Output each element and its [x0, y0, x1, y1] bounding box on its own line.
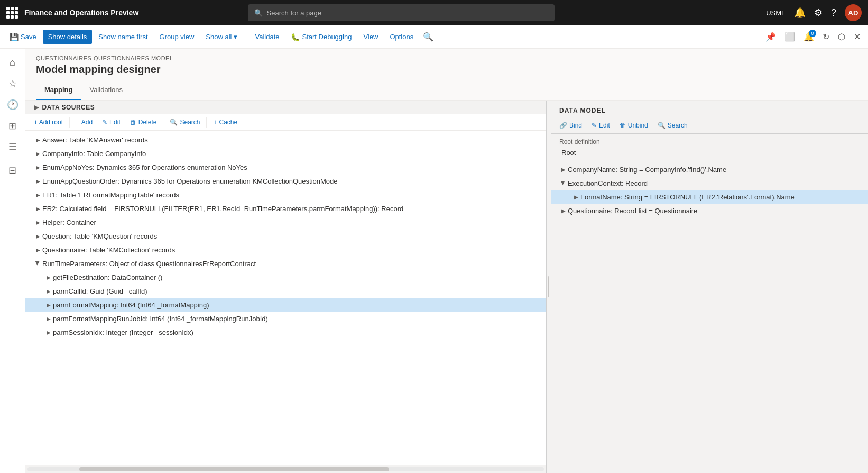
notification-icon[interactable]: 🔔	[794, 7, 806, 19]
tree-item-label: parmCallId: Guid (Guid _callId)	[53, 287, 147, 295]
group-view-button[interactable]: Group view	[154, 30, 200, 44]
tree-item[interactable]: ▶ Questionnaire: Table 'KMCollection' re…	[25, 243, 546, 257]
dm-item-label: FormatName: String = FIRSTORNULL (ER2.'R…	[580, 193, 795, 201]
avatar[interactable]: AD	[845, 4, 862, 21]
tree-item-selected[interactable]: ▶ parmFormatMapping: Int64 (Int64 _forma…	[25, 298, 546, 312]
tree-item-label: Answer: Table 'KMAnswer' records	[42, 136, 148, 144]
sidebar-icon-list[interactable]: ☰	[3, 138, 22, 157]
tree-item-label: EnumAppQuestionOrder: Dynamics 365 for O…	[42, 177, 338, 185]
vertical-resize-handle[interactable]	[547, 101, 551, 473]
root-def-input[interactable]	[559, 148, 623, 158]
tree-item[interactable]: ▶ parmCallId: Guid (Guid _callId)	[25, 284, 546, 298]
help-icon[interactable]: ?	[831, 7, 836, 19]
close-icon[interactable]: ✕	[851, 29, 864, 45]
waffle-icon[interactable]	[6, 7, 18, 19]
dm-item-label: Questionnaire: Record list = Questionnai…	[568, 207, 697, 215]
tree-item[interactable]: ▶ Question: Table 'KMQuestion' records	[25, 229, 546, 243]
root-definition: Root definition	[551, 134, 868, 160]
tree-item[interactable]: ▶ ER1: Table 'ERFormatMappingTable' reco…	[25, 188, 546, 202]
tree-item[interactable]: ▶ ER2: Calculated field = FIRSTORNULL(FI…	[25, 202, 546, 215]
edit-icon: ✎	[102, 119, 107, 126]
sidebar-icon-star[interactable]: ☆	[3, 74, 22, 93]
show-all-button[interactable]: Show all ▾	[200, 30, 243, 44]
add-root-button[interactable]: + Add root	[30, 116, 67, 128]
page-header: QUESTIONNAIRES QUESTIONNAIRES MODEL Mode…	[25, 49, 868, 80]
view-button[interactable]: View	[358, 30, 383, 44]
pin-icon[interactable]: 📌	[762, 29, 779, 45]
unbind-button[interactable]: 🗑 Unbind	[615, 120, 652, 131]
edit-dm-button[interactable]: ✎ Edit	[587, 120, 614, 131]
cache-button[interactable]: + Cache	[209, 116, 242, 128]
tree-item-label: ER1: Table 'ERFormatMappingTable' record…	[42, 191, 179, 199]
settings-icon[interactable]: ⚙	[814, 7, 823, 19]
expand-panel-icon[interactable]: ⬜	[781, 29, 798, 45]
sidebar-icon-filter[interactable]: ⊟	[3, 161, 22, 180]
refresh-icon[interactable]: ↻	[819, 29, 833, 45]
tree-arrow: ▶	[44, 314, 53, 323]
sidebar-icon-grid[interactable]: ⊞	[3, 116, 22, 135]
tree-item[interactable]: ▶ Answer: Table 'KMAnswer' records	[25, 133, 546, 147]
tree-item[interactable]: ▶ CompanyInfo: Table CompanyInfo	[25, 147, 546, 160]
dm-tree-item-selected[interactable]: ▶ FormatName: String = FIRSTORNULL (ER2.…	[551, 190, 868, 204]
tree-arrow: ▶	[44, 287, 53, 295]
panels: ▶ DATA SOURCES + Add root + Add ✎ Edit 🗑…	[25, 101, 868, 473]
search-icon: 🔍	[254, 9, 263, 17]
data-model-toolbar: 🔗 Bind ✎ Edit 🗑 Unbind 🔍 Search	[551, 117, 868, 134]
tree-arrow: ▶	[44, 301, 53, 309]
tree-item[interactable]: ▶ parmFormatMappingRunJobId: Int64 (Int6…	[25, 312, 546, 325]
dm-item-label: ExecutionContext: Record	[568, 179, 648, 187]
open-new-window-icon[interactable]: ⬡	[835, 29, 848, 45]
validate-button[interactable]: Validate	[250, 30, 284, 44]
app-title: Finance and Operations Preview	[24, 8, 138, 17]
tab-validations[interactable]: Validations	[81, 80, 131, 100]
notification-badge-icon[interactable]: 🔔0	[800, 29, 817, 45]
sidebar-icon-home[interactable]: ⌂	[3, 53, 22, 72]
tree-item-label: parmFormatMapping: Int64 (Int64 _formatM…	[53, 301, 209, 309]
right-panel: DATA MODEL 🔗 Bind ✎ Edit 🗑 Unbind	[551, 101, 868, 473]
tree-item[interactable]: ▶ RunTimeParameters: Object of class Que…	[25, 257, 546, 270]
sidebar-icon-recent[interactable]: 🕐	[3, 95, 22, 114]
options-button[interactable]: Options	[384, 30, 419, 44]
tree-item-label: parmSessionIdx: Integer (Integer _sessio…	[53, 329, 193, 336]
tabs-bar: Mapping Validations	[25, 80, 868, 101]
dm-tree-item[interactable]: ▶ Questionnaire: Record list = Questionn…	[551, 204, 868, 217]
tree-item[interactable]: ▶ parmSessionIdx: Integer (Integer _sess…	[25, 325, 546, 339]
ds-sep-2	[163, 117, 163, 128]
save-button[interactable]: 💾 Save	[4, 30, 42, 44]
global-search-bar[interactable]: 🔍 Search for a page	[248, 4, 555, 21]
search-toolbar-icon[interactable]: 🔍	[420, 29, 437, 45]
datasources-toolbar: + Add root + Add ✎ Edit 🗑 Delete 🔍 S	[25, 114, 546, 131]
add-button[interactable]: + Add	[72, 116, 97, 128]
tree-item[interactable]: ▶ EnumAppQuestionOrder: Dynamics 365 for…	[25, 174, 546, 188]
top-nav-right: USMF 🔔 ⚙ ? AD	[766, 4, 862, 21]
ds-sep-3	[206, 117, 207, 128]
tab-mapping[interactable]: Mapping	[36, 80, 81, 100]
tree-item[interactable]: ▶ EnumAppNoYes: Dynamics 365 for Operati…	[25, 160, 546, 174]
show-name-first-button[interactable]: Show name first	[93, 30, 153, 44]
dm-tree-item[interactable]: ▶ CompanyName: String = CompanyInfo.'fin…	[551, 162, 868, 176]
page-title: Model mapping designer	[36, 63, 857, 76]
start-debugging-button[interactable]: 🐛 Start Debugging	[285, 30, 357, 44]
tree-item[interactable]: ▶ getFileDestination: DataContainer ()	[25, 270, 546, 284]
expand-datasources-icon[interactable]: ▶	[34, 104, 39, 111]
horizontal-scrollbar[interactable]	[25, 465, 546, 473]
dm-tree-arrow: ▶	[559, 206, 568, 215]
tree-item-label: RunTimeParameters: Object of class Quest…	[42, 260, 256, 268]
tree-item-label: Questionnaire: Table 'KMCollection' reco…	[42, 246, 175, 254]
dm-tree-arrow: ▶	[559, 179, 568, 187]
sidebar: ⌂ ☆ 🕐 ⊞ ☰ ⊟	[0, 49, 25, 473]
dm-tree-item[interactable]: ▶ ExecutionContext: Record	[551, 176, 868, 190]
tree-item[interactable]: ▶ Helper: Container	[25, 215, 546, 229]
dm-item-label: CompanyName: String = CompanyInfo.'find(…	[568, 166, 726, 174]
tree-item-label: EnumAppNoYes: Dynamics 365 for Operation…	[42, 163, 247, 171]
search-dm-button[interactable]: 🔍 Search	[653, 120, 692, 131]
search-ds-button[interactable]: 🔍 Search	[165, 116, 204, 128]
tree-arrow: ▶	[34, 149, 42, 158]
delete-button[interactable]: 🗑 Delete	[126, 116, 161, 128]
bind-button[interactable]: 🔗 Bind	[555, 120, 586, 131]
tree-arrow: ▶	[34, 259, 42, 268]
show-details-button[interactable]: Show details	[43, 30, 93, 44]
tree-arrow: ▶	[34, 163, 42, 171]
edit-ds-button[interactable]: ✎ Edit	[98, 116, 125, 128]
hscroll-track	[27, 467, 544, 471]
